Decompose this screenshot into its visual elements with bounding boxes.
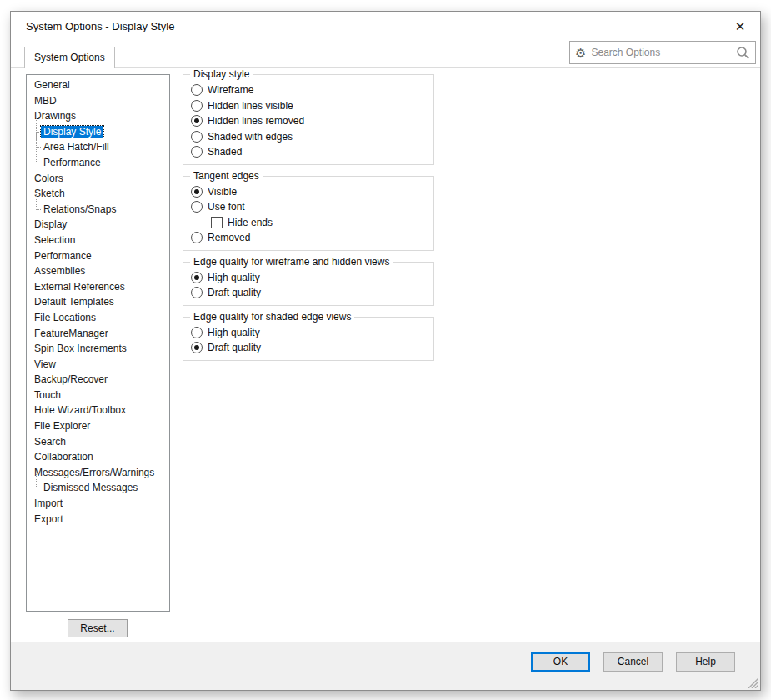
tree-item-label: Area Hatch/Fill [41,141,112,152]
radio-draft-quality[interactable] [191,342,203,353]
tree-item-view[interactable]: View [27,357,169,372]
system-options-dialog: System Options - Display Style ✕ System … [10,11,761,691]
tree-item-label: MBD [32,95,59,107]
resize-grip-icon[interactable] [747,677,758,688]
ok-button[interactable]: OK [531,652,590,672]
option-label: Hide ends [228,217,273,228]
group-edge-quality-for-shaded-edge-views: Edge quality for shaded edge viewsHigh q… [183,317,434,361]
group-title: Edge quality for shaded edge views [190,311,354,322]
tree-item-sketch[interactable]: Sketch [27,186,169,202]
radio-wireframe[interactable] [191,84,203,96]
group-title: Display style [190,68,253,80]
tree-item-label: View [32,358,58,370]
radio-visible[interactable] [191,186,203,198]
tree-item-label: External References [32,281,128,292]
search-options-box[interactable]: ⚙ Search Options [569,41,756,64]
option-label: Draft quality [208,342,261,353]
radio-row-removed[interactable]: Removed [191,230,433,246]
radio-row-high-quality[interactable]: High quality [191,325,433,341]
tab-system-options[interactable]: System Options [24,47,115,68]
radio-removed[interactable] [191,232,203,243]
radio-row-high-quality[interactable]: High quality [191,270,433,286]
radio-draft-quality[interactable] [191,287,203,298]
reset-button[interactable]: Reset... [68,619,128,638]
tree-item-label: Hole Wizard/Toolbox [32,404,128,416]
tree-item-performance[interactable]: Performance [27,155,169,171]
tree-item-dismissed-messages[interactable]: Dismissed Messages [27,480,169,496]
tree-item-label: Messages/Errors/Warnings [32,467,157,478]
radio-row-draft-quality[interactable]: Draft quality [191,285,433,301]
radio-row-use-font[interactable]: Use font [191,199,433,215]
tree-item-label: Search [32,436,68,448]
title-bar: System Options - Display Style ✕ [11,12,760,42]
tree-item-touch[interactable]: Touch [27,388,169,403]
tab-strip-divider [11,68,760,68]
radio-hidden-lines-visible[interactable] [191,100,203,112]
tree-item-file-locations[interactable]: File Locations [27,310,169,326]
tree-item-search[interactable]: Search [27,434,169,450]
tree-item-selection[interactable]: Selection [27,232,169,248]
tree-item-mbd[interactable]: MBD [27,93,169,109]
tree-item-drawings[interactable]: Drawings [27,108,169,124]
tree-item-label: Import [32,498,65,509]
radio-use-font[interactable] [191,201,203,212]
tree-item-import[interactable]: Import [27,496,169,512]
tree-item-export[interactable]: Export [27,512,169,528]
group-title: Edge quality for wireframe and hidden vi… [190,256,393,268]
radio-shaded[interactable] [191,146,203,158]
tree-item-collaboration[interactable]: Collaboration [27,449,169,465]
tree-item-file-explorer[interactable]: File Explorer [27,418,169,434]
group-display-style: Display styleWireframeHidden lines visib… [183,74,434,165]
tree-item-label: FeatureManager [32,328,111,339]
tree-item-label: Display [32,218,69,230]
gear-icon: ⚙ [575,47,586,59]
search-input[interactable]: Search Options [591,47,731,58]
tree-item-label: Dismissed Messages [41,482,140,493]
option-label: Draft quality [208,287,261,298]
tree-item-featuremanager[interactable]: FeatureManager [27,326,169,342]
tree-item-spin-box-increments[interactable]: Spin Box Increments [27,341,169,357]
radio-shaded-with-edges[interactable] [191,131,203,142]
tree-item-performance[interactable]: Performance [27,248,169,264]
tree-item-label: Default Templates [32,296,117,308]
help-button[interactable]: Help [676,652,735,672]
tree-item-colors[interactable]: Colors [27,171,169,187]
cancel-button[interactable]: Cancel [603,652,663,672]
tree-item-label: Assemblies [32,265,88,277]
radio-row-wireframe[interactable]: Wireframe [191,82,433,98]
tree-item-label: Relations/Snaps [41,203,118,215]
settings-panel: Display styleWireframeHidden lines visib… [183,74,434,372]
radio-high-quality[interactable] [191,272,203,283]
close-icon[interactable]: ✕ [732,18,748,35]
tree-item-label: Performance [41,157,103,168]
tree-item-display[interactable]: Display [27,217,169,232]
radio-row-draft-quality[interactable]: Draft quality [191,340,433,356]
tree-item-label: General [32,79,73,91]
option-label: High quality [208,327,260,338]
radio-row-visible[interactable]: Visible [191,184,433,200]
tree-item-display-style[interactable]: Display Style [27,124,169,140]
radio-hidden-lines-removed[interactable] [191,115,203,127]
tree-item-relations-snaps[interactable]: Relations/Snaps [27,202,169,218]
tree-item-hole-wizard-toolbox[interactable]: Hole Wizard/Toolbox [27,402,169,418]
tree-item-label: Export [32,513,66,525]
radio-high-quality[interactable] [191,327,203,338]
checkbox-hide-ends[interactable] [211,217,223,228]
tree-item-assemblies[interactable]: Assemblies [27,263,169,279]
tree-item-general[interactable]: General [27,78,169,93]
tree-item-default-templates[interactable]: Default Templates [27,294,169,310]
radio-row-shaded-with-edges[interactable]: Shaded with edges [191,129,433,145]
tree-item-label: Performance [32,250,94,262]
group-title: Tangent edges [190,170,263,182]
tree-item-label: Touch [32,389,63,401]
tree-item-area-hatch-fill[interactable]: Area Hatch/Fill [27,139,169,155]
radio-row-hidden-lines-removed[interactable]: Hidden lines removed [191,113,433,129]
tree-item-messages-errors-warnings[interactable]: Messages/Errors/Warnings [27,465,169,481]
dialog-title: System Options - Display Style [26,20,174,32]
radio-row-hidden-lines-visible[interactable]: Hidden lines visible [191,98,433,114]
checkbox-row-hide-ends[interactable]: Hide ends [211,215,433,231]
tree-item-backup-recover[interactable]: Backup/Recover [27,372,169,388]
radio-row-shaded[interactable]: Shaded [191,144,433,160]
options-tree: GeneralMBDDrawingsDisplay StyleArea Hatc… [26,74,170,612]
tree-item-external-references[interactable]: External References [27,279,169,295]
